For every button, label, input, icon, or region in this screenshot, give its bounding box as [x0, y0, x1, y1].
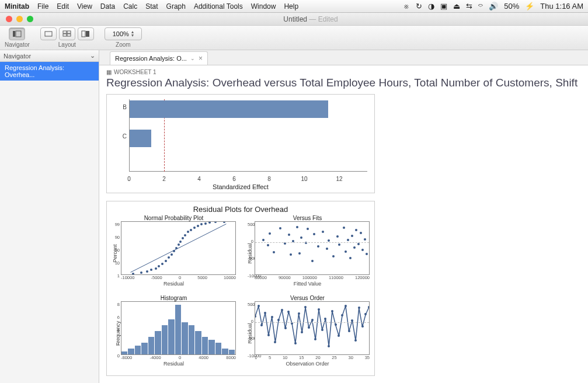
window-title: Untitled — Edited [33, 15, 588, 23]
zoom-value: 100% [113, 30, 129, 37]
zoom-label: Zoom [116, 41, 131, 48]
residual-title: Residual Plots for Overhead [109, 205, 372, 214]
versus-order-plot: Versus Order Residual 5000 0 -5000 -1000… [243, 295, 372, 372]
navigator-toolgroup: Navigator [5, 27, 30, 48]
layout-grid-button[interactable] [59, 27, 75, 40]
minimize-window-button[interactable] [16, 16, 23, 22]
menu-window[interactable]: Window [251, 2, 276, 11]
layout-split-button[interactable] [78, 27, 94, 40]
main-pane: Regression Analysis: O... ⌄ × ▦ WORKSHEE… [99, 50, 588, 383]
versus-fits-plot: Versus Fits Residual 5000 0 -5000 -10000… [243, 215, 372, 293]
tab-dropdown-icon[interactable]: ⌄ [190, 55, 195, 61]
app-name[interactable]: Minitab [5, 2, 29, 11]
location-icon[interactable]: ◑ [428, 2, 434, 11]
zoom-toolgroup: 100% ▴▾ Zoom [105, 27, 142, 48]
layout-grid-icon [62, 30, 72, 37]
menu-edit[interactable]: Edit [57, 2, 69, 11]
app-toolbar: Navigator Layout 100% ▴▾ Zoom [0, 26, 588, 50]
traffic-lights [6, 16, 33, 22]
layout-single-icon [44, 30, 53, 37]
airplay-icon[interactable]: ⏏ [453, 2, 460, 11]
navigator-label: Navigator [5, 41, 30, 48]
volume-icon[interactable]: 🔊 [489, 2, 498, 11]
svg-rect-6 [67, 34, 71, 36]
close-window-button[interactable] [6, 16, 12, 22]
window-titlebar: Untitled — Edited [0, 13, 588, 26]
tab-label: Regression Analysis: O... [115, 55, 187, 62]
document-area: ▦ WORKSHEET 1 Regression Analysis: Overh… [99, 65, 588, 383]
worksheet-label: ▦ WORKSHEET 1 [106, 69, 581, 75]
tab-regression-analysis[interactable]: Regression Analysis: O... ⌄ × [110, 51, 208, 65]
tab-close-icon[interactable]: × [199, 54, 203, 62]
pareto-chart[interactable]: B C 0 2 4 6 8 10 12 Standardized Effect [106, 94, 375, 193]
svg-rect-1 [16, 31, 21, 37]
analysis-headline: Regression Analysis: Overhead versus Tot… [106, 76, 581, 89]
layout-split-icon [81, 30, 91, 37]
battery-icon[interactable]: ⚡ [525, 2, 534, 11]
svg-rect-3 [63, 31, 67, 33]
sidebar-item-regression[interactable]: Regression Analysis: Overhea... [0, 62, 99, 81]
battery-percent[interactable]: 50% [504, 2, 519, 11]
zoom-window-button[interactable] [27, 16, 33, 22]
sync-icon[interactable]: ↻ [416, 2, 422, 11]
svg-rect-4 [67, 31, 71, 33]
connect-icon[interactable]: ⇆ [466, 2, 472, 11]
layout-label: Layout [58, 41, 76, 48]
wifi-icon[interactable]: ⌔ [478, 2, 483, 11]
menu-stat[interactable]: Stat [145, 2, 158, 11]
svg-rect-5 [63, 34, 67, 36]
chevron-down-icon: ⌄ [90, 52, 95, 60]
svg-rect-7 [82, 31, 85, 37]
stepper-icon: ▴▾ [131, 30, 134, 37]
menu-data[interactable]: Data [100, 2, 115, 11]
svg-rect-2 [45, 32, 52, 36]
sidebar-header-label: Navigator [4, 53, 31, 60]
menu-help[interactable]: Help [284, 2, 298, 11]
layout-single-button[interactable] [40, 27, 57, 40]
zoom-combobox[interactable]: 100% ▴▾ [105, 27, 142, 40]
svg-rect-8 [86, 31, 89, 37]
navigator-sidebar: Navigator ⌄ Regression Analysis: Overhea… [0, 50, 99, 383]
sidebar-item-label: Regression Analysis: Overhea... [5, 64, 64, 78]
sidebar-header[interactable]: Navigator ⌄ [0, 50, 99, 62]
sidebar-icon [12, 30, 22, 37]
tab-row: Regression Analysis: O... ⌄ × [99, 50, 588, 65]
content-area: Navigator ⌄ Regression Analysis: Overhea… [0, 50, 588, 383]
pareto-xlabel: Standardized Effect [213, 183, 269, 190]
video-icon[interactable]: ▣ [440, 2, 447, 11]
normal-probability-plot: Normal Probability Plot Percent 99 90 50… [109, 215, 238, 293]
menu-additional-tools[interactable]: Additional Tools [194, 2, 243, 11]
menu-graph[interactable]: Graph [166, 2, 186, 11]
layout-toolgroup: Layout [40, 27, 94, 48]
menu-view[interactable]: View [77, 2, 92, 11]
svg-line-9 [131, 224, 227, 272]
grid-icon: ▦ [106, 69, 112, 75]
menu-calc[interactable]: Calc [123, 2, 137, 11]
dropbox-icon[interactable]: ⨳ [402, 2, 410, 11]
navigator-toggle-button[interactable] [9, 27, 25, 40]
menu-file[interactable]: File [37, 2, 48, 11]
macos-menubar: Minitab File Edit View Data Calc Stat Gr… [0, 0, 588, 13]
svg-rect-0 [13, 31, 15, 37]
clock[interactable]: Thu 1:16 AM [540, 2, 583, 11]
histogram-plot: Histogram Frequency 8 6 4 2 0 -8000 -4 [109, 295, 238, 372]
residual-plots[interactable]: Residual Plots for Overhead Normal Proba… [106, 201, 375, 376]
